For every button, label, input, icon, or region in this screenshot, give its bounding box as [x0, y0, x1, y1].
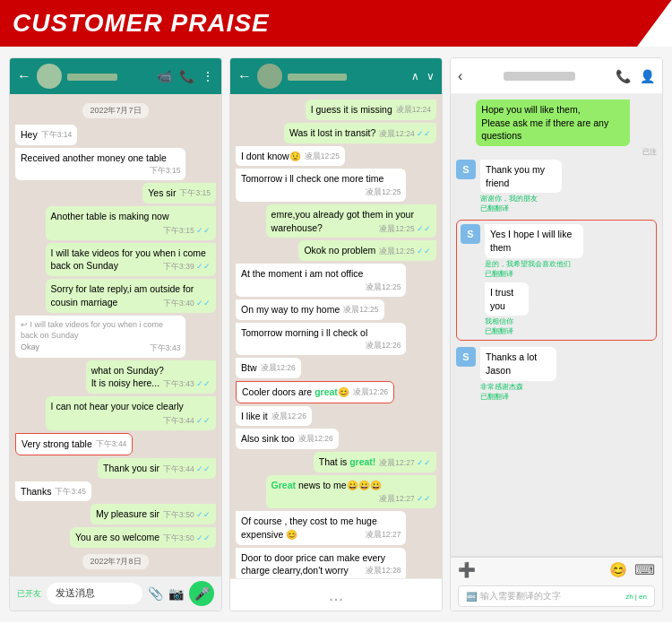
list-item: Great news to me😀😀😀凌晨12:27 ✓✓ [266, 475, 436, 509]
wechat-footer: ➕ 😊 ⌨ 🔤 输入需要翻译的文字 zh | en [451, 556, 662, 611]
chat-header-3: ‹ 📞 👤 [451, 58, 662, 94]
attach-icon[interactable]: 📎 [148, 586, 163, 601]
msg-time: 凌晨12:25 [305, 152, 340, 162]
chat-body-1: 2022年7月7日 Hey下午3:14 Received another mon… [10, 94, 221, 576]
list-item: ↩ I will take videos for you when i come… [15, 316, 185, 358]
video-icon[interactable]: 📹 [157, 69, 172, 83]
date-divider-1: 2022年7月7日 [82, 103, 148, 118]
msg-time: 凌晨12:27 ✓✓ [379, 457, 431, 469]
translate-hint-4: 非常感谢杰森 [480, 382, 570, 392]
list-item: Received another money one table下午3:15 [15, 148, 185, 181]
translate-hint-2: 是的，我希望我会喜欢他们 [485, 259, 601, 269]
list-item: Thank you my friend [480, 160, 562, 193]
list-item: That is great!凌晨12:27 ✓✓ [314, 452, 436, 472]
avatar-s4: S [456, 347, 476, 367]
translate-label: 已翻翻译 [480, 204, 576, 213]
list-item: Tomorrow morning i ll check ol凌晨12:26 [236, 323, 406, 356]
avatar-s1: S [456, 160, 476, 179]
phone-icon[interactable]: 📞 [179, 69, 194, 83]
chat-panel-1: ← 📹 📞 ⋮ 2022年7月7日 Hey下午3:14 Received ano… [9, 57, 222, 611]
date-divider-2: 2022年7月8日 [82, 554, 148, 569]
list-item: Of course , they cost to me huge expensi… [236, 511, 406, 544]
translate-icon: 🔤 [466, 592, 477, 602]
list-item: Sorry for late reply,i am outside for co… [46, 279, 216, 313]
list-item: I trust you 我相信你 已翻翻译 [461, 282, 652, 336]
avatar-1 [37, 64, 62, 89]
translate-input[interactable]: 输入需要翻译的文字 [480, 590, 622, 602]
list-item: My pleasure sir下午3:50 ✓✓ [90, 504, 216, 524]
list-item: Okok no problem凌晨12:25 ✓✓ [298, 240, 436, 261]
msg-time: 下午3:50 ✓✓ [163, 509, 211, 521]
msg-time: 下午3:50 ✓✓ [163, 533, 211, 544]
msg-time: 凌晨12:28 [366, 566, 401, 576]
back-arrow-3[interactable]: ‹ [458, 68, 462, 84]
contacts-icon[interactable]: 👤 [640, 69, 655, 83]
reply-indicator: ↩ I will take videos for you when i come… [21, 319, 180, 342]
msg-time: 凌晨12:26 [353, 387, 388, 398]
list-item: Also sink too凌晨12:26 [236, 429, 339, 449]
chat-body-2: I guess it is missing凌晨12:24 Was it lost… [230, 94, 442, 578]
list-item: Very strong table下午3:44 [15, 433, 133, 455]
msg-time: 下午3:15 [150, 166, 181, 177]
msg-time: 下午3:44 ✓✓ [163, 464, 211, 475]
list-item: I dont know😟凌晨12:25 [236, 146, 345, 167]
list-item: On my way to my home凌晨12:25 [236, 299, 384, 320]
msg-time: 凌晨12:26 [271, 412, 306, 422]
translate-label-3: 已翻翻译 [485, 326, 537, 336]
list-item: S Yes I hope I will like them 是的，我希望我会喜欢… [461, 224, 652, 278]
msg-time: 凌晨12:24 [396, 105, 431, 116]
more-icon[interactable]: ⋮ [202, 69, 214, 83]
friend-status: 已开友 [17, 588, 41, 600]
header-icons-3: 📞 👤 [616, 69, 655, 83]
contact-status-1 [67, 74, 117, 81]
camera-icon[interactable]: 📷 [168, 586, 184, 601]
spacer [483, 561, 602, 578]
list-item: S Thanks a lot Jason 非常感谢杰森 已翻翻译 [456, 347, 657, 401]
footer-icon-2: ... [329, 585, 344, 605]
msg-time: 下午3:43 [150, 343, 181, 354]
wechat-input-area: 🔤 输入需要翻译的文字 zh | en [451, 582, 662, 611]
mic-button[interactable]: 🎤 [189, 581, 214, 606]
list-item: I can not hear your voice clearly下午3:44 … [46, 396, 216, 430]
msg-time: 下午3:15 [179, 188, 211, 199]
translate-hint: 谢谢你，我的朋友 [480, 194, 576, 204]
list-item: Hope you will like them,Please ask me if… [456, 100, 657, 157]
lang-badge: zh | en [625, 593, 647, 601]
msg-time: 凌晨12:25 [366, 187, 401, 198]
list-item: Hope you will like them,Please ask me if… [476, 100, 629, 146]
list-item: Yes sir下午3:15 [142, 183, 216, 204]
list-item: I guess it is missing凌晨12:24 [306, 100, 436, 120]
emoji-icon[interactable]: 😊 [609, 561, 627, 578]
msg-time: 凌晨12:26 [366, 341, 401, 351]
msg-time: 凌晨12:27 ✓✓ [379, 493, 431, 505]
list-item: I trust you [485, 282, 529, 316]
plus-icon[interactable]: ➕ [458, 561, 476, 578]
keyboard-icon[interactable]: ⌨ [634, 561, 655, 578]
call-icon[interactable]: 📞 [616, 69, 631, 83]
message-input-1[interactable]: 发送消息 [47, 583, 142, 604]
list-item: what on Sunday?It is noisy here...下午3:43… [86, 360, 216, 394]
header-title: CUSTOMER PRAISE [13, 9, 270, 38]
list-item: Thank you sir下午3:44 ✓✓ [98, 458, 216, 479]
msg-time: 凌晨12:25 [343, 305, 378, 316]
msg-time: 凌晨12:25 ✓✓ [379, 223, 431, 235]
list-item: At the moment i am not office凌晨12:25 [236, 264, 406, 297]
msg-time: 凌晨12:25 [366, 282, 401, 293]
msg-time: 下午3:44 ✓✓ [163, 415, 211, 427]
avatar-s3 [461, 282, 480, 302]
list-item: I like it凌晨12:26 [236, 406, 312, 427]
contact-name-3 [504, 72, 575, 81]
back-arrow-1[interactable]: ← [17, 68, 31, 84]
translate-label-4: 已翻翻译 [480, 392, 570, 402]
back-arrow-2[interactable]: ← [237, 68, 252, 84]
msg-time: 凌晨12:24 ✓✓ [379, 128, 431, 140]
msg-note: 已注 [476, 147, 657, 157]
chevron-up-icon[interactable]: ∧ [411, 70, 419, 82]
chevron-down-icon[interactable]: ∨ [426, 70, 435, 82]
list-item: Yes I hope I will like them [485, 224, 583, 257]
chat-footer-2: ... [230, 578, 442, 611]
avatar-s2: S [461, 224, 480, 244]
translate-label-2: 已翻翻译 [485, 269, 601, 279]
msg-time: 凌晨12:26 [298, 434, 333, 445]
chat-header-2: ← ∧ ∨ [230, 58, 442, 94]
